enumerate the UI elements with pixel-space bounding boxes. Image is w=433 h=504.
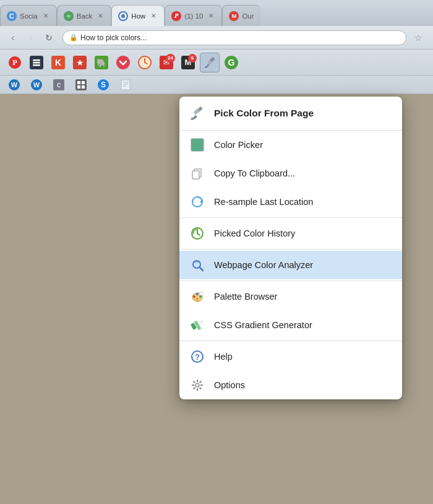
mailtrack-badge: 24 bbox=[166, 54, 175, 63]
color-picker-swatch bbox=[191, 138, 204, 152]
bookmark-grid[interactable] bbox=[72, 78, 90, 92]
back-button[interactable]: ‹ bbox=[5, 30, 21, 46]
ext-buffer-icon[interactable] bbox=[27, 53, 46, 72]
separator-1 bbox=[179, 217, 402, 218]
tab-how-close[interactable]: ✕ bbox=[149, 12, 158, 20]
menu-palette-browser[interactable]: Palette Browser bbox=[179, 282, 402, 311]
refresh-button[interactable]: ↻ bbox=[41, 30, 57, 46]
ext-pocket-icon[interactable] bbox=[113, 53, 133, 72]
menu-palette-label: Palette Browser bbox=[214, 292, 392, 302]
tab-gmail[interactable]: M Our bbox=[222, 5, 260, 26]
svg-text:W: W bbox=[33, 81, 40, 89]
ext-klout-icon[interactable]: K bbox=[48, 53, 68, 72]
menu-resample-label: Re-sample Last Location bbox=[214, 197, 392, 207]
separator-3 bbox=[179, 280, 402, 281]
svg-text:★: ★ bbox=[76, 58, 84, 67]
menu-color-picker[interactable]: Color Picker bbox=[179, 131, 402, 159]
svg-text:G: G bbox=[228, 58, 235, 67]
menu-webpage-analyzer[interactable]: Webpage Color Analyzer bbox=[179, 251, 402, 279]
svg-point-2 bbox=[121, 14, 125, 18]
bookmark-button[interactable]: ☆ bbox=[410, 30, 426, 46]
menu-color-picker-label: Color Picker bbox=[214, 140, 392, 150]
ext-eyedropper-icon[interactable] bbox=[200, 53, 220, 72]
tab-social-close[interactable]: ✕ bbox=[41, 12, 50, 20]
tab-bar: C Socia ✕ Back ✕ How ✕ 𝑷 (1) 10 bbox=[0, 0, 433, 26]
menu-help[interactable]: ? Help bbox=[179, 342, 402, 371]
menu-options[interactable]: Options bbox=[179, 371, 402, 399]
tab-social-label: Socia bbox=[20, 12, 38, 20]
bookmarks-bar: W W c S bbox=[0, 76, 433, 94]
help-icon: ? bbox=[189, 349, 205, 365]
svg-point-25 bbox=[205, 66, 207, 68]
address-bar[interactable]: 🔒 How to pick colors... bbox=[62, 30, 406, 45]
menu-color-history[interactable]: Picked Color History bbox=[179, 219, 402, 248]
svg-line-74 bbox=[200, 388, 202, 389]
svg-text:c: c bbox=[57, 80, 61, 89]
svg-rect-36 bbox=[82, 81, 85, 84]
pipette-header-icon bbox=[189, 105, 205, 121]
svg-text:K: K bbox=[55, 58, 61, 67]
svg-rect-48 bbox=[192, 171, 199, 179]
menu-resample[interactable]: Re-sample Last Location bbox=[179, 188, 402, 216]
menu-history-label: Picked Color History bbox=[214, 228, 392, 238]
svg-rect-15 bbox=[116, 56, 130, 69]
tab-how-label: How bbox=[131, 12, 145, 20]
tab-pinterest-favicon: 𝑷 bbox=[171, 11, 181, 21]
tab-how[interactable]: How ✕ bbox=[111, 5, 165, 26]
tab-how-favicon bbox=[118, 11, 128, 21]
menu-options-label: Options bbox=[214, 380, 392, 390]
bookmark-c[interactable]: c bbox=[49, 78, 68, 92]
tab-back-close[interactable]: ✕ bbox=[96, 12, 105, 20]
bookmark-wp[interactable]: W bbox=[5, 78, 24, 92]
svg-marker-65 bbox=[200, 321, 203, 323]
svg-line-73 bbox=[194, 381, 195, 383]
ext-evernote-icon[interactable]: 🐘 bbox=[92, 53, 111, 72]
dropdown-menu: Pick Color From Page Color Picker Copy T… bbox=[179, 97, 402, 399]
tab-pinterest[interactable]: 𝑷 (1) 10 ✕ bbox=[165, 5, 222, 26]
tab-social[interactable]: C Socia ✕ bbox=[0, 5, 57, 26]
tab-back-label: Back bbox=[77, 12, 93, 20]
gradient-icon bbox=[189, 317, 205, 333]
ext-google-icon[interactable]: G bbox=[221, 53, 241, 72]
svg-point-61 bbox=[196, 298, 199, 300]
svg-text:W: W bbox=[11, 81, 18, 89]
bookmark-shazam[interactable]: S bbox=[94, 78, 113, 92]
ext-instapaper-icon[interactable]: ★ bbox=[70, 53, 90, 72]
medium-badge: 6 bbox=[188, 54, 197, 63]
tab-pinterest-close[interactable]: ✕ bbox=[207, 12, 215, 20]
svg-rect-38 bbox=[82, 85, 85, 89]
ext-timer-icon[interactable] bbox=[135, 53, 155, 72]
menu-copy-clipboard[interactable]: Copy To Clipboard... bbox=[179, 159, 402, 188]
svg-point-58 bbox=[193, 295, 195, 298]
browser-chrome: C Socia ✕ Back ✕ How ✕ 𝑷 (1) 10 bbox=[0, 0, 433, 94]
svg-text:P: P bbox=[12, 58, 17, 67]
menu-css-gradient[interactable]: CSS Gradient Generator bbox=[179, 311, 402, 339]
menu-copy-label: Copy To Clipboard... bbox=[214, 168, 392, 178]
ext-mailtrack-icon[interactable]: ✉ 24 bbox=[156, 53, 176, 72]
svg-text:🐘: 🐘 bbox=[96, 58, 107, 68]
tab-back[interactable]: Back ✕ bbox=[57, 5, 112, 26]
svg-line-75 bbox=[200, 381, 202, 383]
svg-point-60 bbox=[199, 295, 202, 298]
svg-text:?: ? bbox=[195, 352, 200, 362]
svg-text:S: S bbox=[101, 80, 106, 89]
extensions-toolbar: P K ★ 🐘 ✉ 24 M 6 bbox=[0, 50, 433, 76]
copy-icon bbox=[189, 165, 205, 181]
magnifier-icon bbox=[189, 257, 205, 273]
color-swatch-icon bbox=[189, 137, 205, 153]
svg-point-78 bbox=[196, 384, 199, 386]
svg-rect-6 bbox=[33, 59, 40, 61]
forward-button[interactable]: › bbox=[23, 30, 39, 46]
separator-4 bbox=[179, 341, 402, 341]
bookmark-wp2[interactable]: W bbox=[27, 78, 46, 92]
menu-header: Pick Color From Page bbox=[179, 97, 402, 131]
ext-pinterest-icon[interactable]: P bbox=[5, 53, 25, 72]
menu-header-label: Pick Color From Page bbox=[214, 108, 392, 119]
svg-point-62 bbox=[199, 292, 203, 295]
svg-rect-7 bbox=[33, 62, 40, 64]
bookmark-page[interactable] bbox=[116, 78, 135, 92]
svg-point-59 bbox=[196, 293, 199, 295]
tab-back-favicon bbox=[64, 11, 74, 21]
ext-medium-icon[interactable]: M 6 bbox=[178, 53, 198, 72]
gear-icon bbox=[189, 377, 205, 393]
